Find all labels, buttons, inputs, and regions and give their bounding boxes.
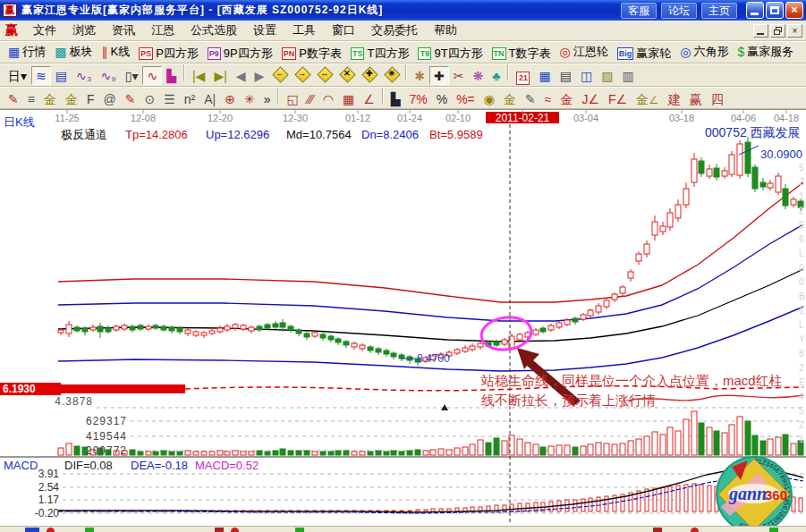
hexagon-button[interactable]: ◎六角形 <box>675 42 733 61</box>
f-line-tool[interactable]: F∠ <box>604 90 632 109</box>
n-square-tool[interactable]: n² <box>180 90 199 109</box>
j-line-tool[interactable]: J∠ <box>577 90 604 109</box>
percent-lines-tool[interactable]: %= <box>452 90 479 109</box>
t-number-table-button[interactable]: TNT数字表 <box>488 44 556 63</box>
target-tool[interactable]: ⊕ <box>220 90 240 109</box>
box-select-tool[interactable]: ◱ <box>282 90 302 109</box>
cut-tool-button[interactable]: ✂ <box>449 66 469 85</box>
menu-formula-stockpick[interactable]: 公式选股 <box>182 21 245 38</box>
chart3-button[interactable]: ∿₃ <box>72 66 96 85</box>
four-tool[interactable]: 四 <box>707 90 728 109</box>
t-square-button[interactable]: TST四方形 <box>346 44 413 63</box>
spiral-tool[interactable]: @ <box>98 90 120 109</box>
clover-tool-button[interactable]: ♣ <box>488 66 505 85</box>
forum-button[interactable]: 论坛 <box>661 3 697 19</box>
grid-tool[interactable]: ▦ <box>338 90 359 109</box>
menu-file[interactable]: 文件 <box>25 21 64 38</box>
text-tool[interactable]: A| <box>199 90 220 109</box>
menu-browse[interactable]: 浏览 <box>64 21 104 38</box>
arc-tool[interactable]: ◠ <box>318 90 338 109</box>
percent-tool[interactable]: % <box>432 90 452 109</box>
candle <box>729 155 734 174</box>
sectors-button[interactable]: ▩板块 <box>50 42 97 61</box>
save-button[interactable]: ◫ <box>576 66 597 85</box>
candle <box>652 222 658 235</box>
kline-button[interactable]: ∥K线 <box>97 42 134 61</box>
zoom-right-button[interactable]: → <box>291 64 313 83</box>
mdi-restore-button[interactable] <box>770 24 785 38</box>
golden-section-tool-1[interactable]: 金 <box>39 90 61 109</box>
gann-wheel-button[interactable]: ◎江恩轮 <box>556 42 613 61</box>
seven-percent-tool[interactable]: 7% <box>404 90 431 109</box>
info-panel-button[interactable]: ▤ <box>51 66 72 85</box>
menu-help[interactable]: 帮助 <box>426 21 465 38</box>
time-cycle-tool[interactable]: ⊙ <box>140 90 159 109</box>
first-bar-button[interactable]: |◀ <box>188 66 209 85</box>
period-selector[interactable]: 日▾ <box>4 66 31 85</box>
zoom-horizontal-button[interactable]: ↔ <box>313 64 335 83</box>
small-pencil-tool[interactable]: ✎ <box>521 90 540 109</box>
zoom-out-button[interactable]: ✳ <box>380 64 403 83</box>
more-tools-button[interactable]: » <box>259 90 276 109</box>
golden-section-tool-2[interactable]: 金 <box>61 90 82 109</box>
p-number-table-button[interactable]: PNP数字表 <box>277 44 346 63</box>
mdi-minimize-button[interactable] <box>753 24 768 38</box>
pencil-tool[interactable]: ✎ <box>4 90 23 109</box>
zoom-diagonal-button[interactable]: ✕ <box>335 64 358 83</box>
menu-trade[interactable]: 交易委托 <box>363 21 426 38</box>
gold-lines-tool[interactable]: 金 <box>499 90 521 109</box>
notepad-button[interactable]: ▤ <box>556 66 576 85</box>
angle-lines-tool[interactable]: ∠ <box>359 90 379 109</box>
last-bar-button[interactable]: ▶| <box>209 66 231 85</box>
zigzag-button[interactable]: ∿ <box>142 66 162 85</box>
overlap-chart-button[interactable]: ≋ <box>31 66 51 85</box>
next-bar-button[interactable]: ▶ <box>250 66 269 85</box>
calendar-button[interactable]: 21 <box>512 69 534 88</box>
homepage-button[interactable]: 主页 <box>701 3 737 19</box>
star-tool[interactable]: ✳ <box>240 90 259 109</box>
close-button[interactable]: × <box>785 2 803 19</box>
menu-window[interactable]: 窗口 <box>324 21 363 38</box>
hand-tool-button[interactable]: ✱ <box>410 66 429 85</box>
9p-square-button[interactable]: P99P四方形 <box>203 44 277 63</box>
menu-settings[interactable]: 设置 <box>245 21 284 38</box>
gold-angle-tool[interactable]: 金∠ <box>632 90 664 109</box>
customer-service-button[interactable]: 客服 <box>621 3 657 19</box>
export-image-button[interactable]: ▨ <box>597 66 617 85</box>
color-histogram-button[interactable]: ▙ <box>162 66 181 85</box>
candle <box>752 167 758 189</box>
wave-tool[interactable]: ≈ <box>540 90 556 109</box>
flower-tool-button[interactable]: ❋ <box>469 66 488 85</box>
candle-style-button[interactable]: ▯▾ <box>121 66 143 85</box>
zoom-in-button[interactable]: ✚ <box>358 64 380 83</box>
market-quotes-button[interactable]: ▦行情 <box>4 42 50 61</box>
menu-info[interactable]: 资讯 <box>104 21 143 38</box>
hash-lines-tool[interactable]: ≡ <box>23 90 39 109</box>
dense-lines-tool[interactable]: ☰ <box>159 90 180 109</box>
chart9-button[interactable]: ∿₉ <box>96 66 120 85</box>
9t-square-button[interactable]: T99T四方形 <box>413 44 487 63</box>
build-tool[interactable]: 建 <box>664 90 685 109</box>
crosshair-tool-button[interactable]: ✚ <box>429 66 449 85</box>
zoom-left-button[interactable]: ← <box>268 64 291 83</box>
volume-bar <box>636 439 641 455</box>
gann-fan-tool[interactable]: ⁄⁄⁄ <box>303 90 318 109</box>
f-lines-tool[interactable]: F <box>82 90 99 109</box>
menu-tools[interactable]: 工具 <box>284 21 324 38</box>
menu-gann[interactable]: 江恩 <box>143 21 182 38</box>
gold-circle-tool[interactable]: ◉ <box>479 90 499 109</box>
prev-bar-button[interactable]: ◀ <box>232 66 250 85</box>
box-select-tool-icon: ◱ <box>286 93 298 106</box>
winner-service-button[interactable]: $赢家服务 <box>733 42 798 61</box>
histogram-tool[interactable]: ▙ <box>386 90 405 109</box>
ruler-pencil-tool[interactable]: ✎ <box>121 90 140 109</box>
minimize-button[interactable] <box>746 2 764 19</box>
mdi-close-button[interactable]: × <box>787 24 802 38</box>
p-square-button[interactable]: PSP四方形 <box>134 44 203 63</box>
maximize-button[interactable] <box>766 2 784 19</box>
computer-button[interactable]: ▥ <box>617 66 638 85</box>
win-tool[interactable]: 赢 <box>685 90 707 109</box>
gold-box-tool[interactable]: 金 <box>556 90 577 109</box>
calculator-button[interactable]: ▦ <box>534 66 555 85</box>
winner-wheel-button[interactable]: Big赢家轮 <box>613 44 676 63</box>
